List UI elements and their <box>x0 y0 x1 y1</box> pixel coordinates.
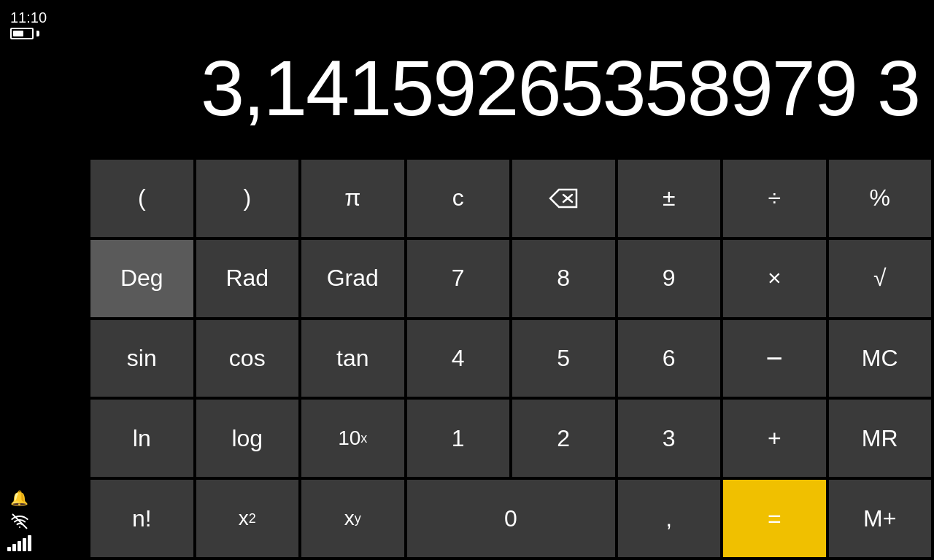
factorial-button[interactable]: n! <box>90 480 193 557</box>
subtract-button[interactable]: − <box>723 320 826 397</box>
log-button[interactable]: log <box>196 400 299 477</box>
signal-icon <box>7 535 31 551</box>
cos-button[interactable]: cos <box>196 320 299 397</box>
one-button[interactable]: 1 <box>407 400 510 477</box>
mc-button[interactable]: MC <box>829 320 932 397</box>
two-button[interactable]: 2 <box>512 400 615 477</box>
percent-button[interactable]: % <box>829 160 932 237</box>
divide-button[interactable]: ÷ <box>723 160 826 237</box>
backspace-button[interactable] <box>512 160 615 237</box>
five-button[interactable]: 5 <box>512 320 615 397</box>
signal-bar-1 <box>7 547 11 551</box>
calculator-grid: ( ) π c ± ÷ % Deg Rad Grad 7 8 9 × √ sin… <box>88 157 934 560</box>
clear-button[interactable]: c <box>407 160 510 237</box>
rad-button[interactable]: Rad <box>196 240 299 317</box>
calculator-display: 3,14159265358979 3 <box>0 15 934 160</box>
close-paren-button[interactable]: ) <box>196 160 299 237</box>
three-button[interactable]: 3 <box>618 400 721 477</box>
eight-button[interactable]: 8 <box>512 240 615 317</box>
six-button[interactable]: 6 <box>618 320 721 397</box>
ln-button[interactable]: ln <box>90 400 193 477</box>
comma-button[interactable]: , <box>618 480 721 557</box>
sqrt-button[interactable]: √ <box>829 240 932 317</box>
plusminus-button[interactable]: ± <box>618 160 721 237</box>
signal-bar-4 <box>23 538 26 551</box>
zero-button[interactable]: 0 <box>407 480 615 557</box>
tan-button[interactable]: tan <box>301 320 404 397</box>
bell-icon: 🔔 <box>10 489 29 508</box>
display-value: 3,14159265358979 3 <box>201 42 919 133</box>
status-icons: 🔔 <box>7 489 31 551</box>
open-paren-button[interactable]: ( <box>90 160 193 237</box>
deg-button[interactable]: Deg <box>90 240 193 317</box>
wifi-icon <box>10 512 29 531</box>
nine-button[interactable]: 9 <box>618 240 721 317</box>
signal-bar-2 <box>12 544 16 551</box>
equals-button[interactable]: = <box>723 480 826 557</box>
signal-bar-3 <box>18 541 21 551</box>
square-button[interactable]: x2 <box>196 480 299 557</box>
multiply-button[interactable]: × <box>723 240 826 317</box>
signal-bar-5 <box>28 535 31 551</box>
tenpow-button[interactable]: 10x <box>301 400 404 477</box>
add-button[interactable]: + <box>723 400 826 477</box>
xpow-button[interactable]: xy <box>301 480 404 557</box>
four-button[interactable]: 4 <box>407 320 510 397</box>
mplus-button[interactable]: M+ <box>829 480 932 557</box>
seven-button[interactable]: 7 <box>407 240 510 317</box>
svg-point-0 <box>19 526 20 528</box>
pi-button[interactable]: π <box>301 160 404 237</box>
mr-button[interactable]: MR <box>829 400 932 477</box>
grad-button[interactable]: Grad <box>301 240 404 317</box>
sin-button[interactable]: sin <box>90 320 193 397</box>
